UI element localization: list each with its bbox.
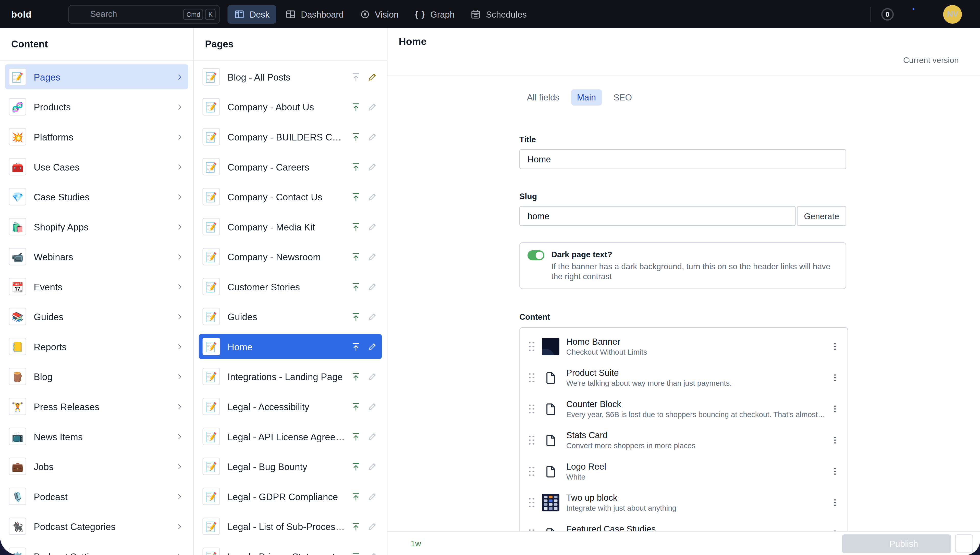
page-list-item[interactable]: 📝Legal - Accessibility: [199, 394, 382, 419]
kebab-menu-icon[interactable]: [831, 529, 839, 531]
package-icon[interactable]: [903, 9, 914, 19]
compose-icon[interactable]: [48, 9, 58, 19]
sidebar-item-platforms[interactable]: 💥Platforms: [5, 124, 188, 149]
content-block-row[interactable]: Counter BlockEvery year, $6B is lost due…: [520, 393, 848, 425]
edited-status-icon[interactable]: [367, 132, 377, 141]
kebab-menu-icon[interactable]: [831, 467, 839, 476]
published-status-icon[interactable]: [351, 402, 360, 411]
sidebar-item-podcast-categories[interactable]: 🐈‍⬛Podcast Categories: [5, 514, 188, 539]
drag-handle[interactable]: [529, 467, 534, 476]
tool-tab-graph[interactable]: { }Graph: [408, 5, 462, 23]
published-status-icon[interactable]: [351, 312, 360, 321]
slug-input[interactable]: [519, 206, 795, 226]
search-input[interactable]: [89, 9, 182, 19]
edited-status-icon[interactable]: [367, 431, 377, 441]
sidebar-item-pages[interactable]: 📝Pages: [5, 64, 188, 89]
content-block-row[interactable]: Logo ReelWhite: [520, 456, 848, 487]
version-select[interactable]: Current version: [903, 56, 969, 65]
page-list-item[interactable]: 📝Legal - API License Agreeme…: [199, 424, 382, 449]
user-menu[interactable]: NV: [943, 5, 973, 23]
page-list-item[interactable]: 📝Company - Contact Us: [199, 184, 382, 209]
edited-status-icon[interactable]: [367, 102, 377, 111]
sidebar-item-events[interactable]: 📆Events: [5, 274, 188, 299]
content-block-row[interactable]: Two up blockIntegrate with just about an…: [520, 487, 848, 518]
title-input[interactable]: [519, 149, 846, 169]
sidebar-item-use-cases[interactable]: 🧰Use Cases: [5, 154, 188, 179]
published-status-icon[interactable]: [351, 72, 360, 82]
kebab-menu-icon[interactable]: [831, 342, 839, 351]
published-status-icon[interactable]: [351, 342, 360, 351]
content-block-row[interactable]: Featured Case StudiesBuild today's check…: [520, 518, 848, 531]
edited-status-icon[interactable]: [367, 521, 377, 531]
sidebar-item-news-items[interactable]: 📺News Items: [5, 424, 188, 449]
drag-handle[interactable]: [529, 342, 534, 351]
kebab-menu-icon[interactable]: [831, 498, 839, 507]
published-status-icon[interactable]: [351, 252, 360, 261]
tool-tab-schedules[interactable]: Schedules: [464, 5, 534, 23]
page-list-item[interactable]: 📝Legal - GDPR Compliance: [199, 484, 382, 509]
edited-status-icon[interactable]: [367, 252, 377, 261]
sidebar-item-guides[interactable]: 📚Guides: [5, 304, 188, 329]
edited-status-icon[interactable]: [367, 552, 377, 555]
published-status-icon[interactable]: [351, 222, 360, 231]
fieldset-tab-seo[interactable]: SEO: [608, 89, 638, 106]
drag-handle[interactable]: [529, 435, 534, 445]
page-list-item[interactable]: 📝Guides: [199, 304, 382, 329]
content-block-row[interactable]: Home BannerCheckout Without Limits: [520, 331, 848, 362]
page-list-item[interactable]: 📝Legal - List of Sub-Processors: [199, 514, 382, 539]
edited-status-icon[interactable]: [367, 72, 377, 82]
sidebar-item-products[interactable]: 🧬Products: [5, 94, 188, 119]
edited-status-icon[interactable]: [367, 402, 377, 411]
drag-handle[interactable]: [529, 373, 534, 382]
page-list-item[interactable]: 📝Company - BUILDERS Code: [199, 124, 382, 149]
edited-status-icon[interactable]: [367, 282, 377, 291]
fieldset-tab-main[interactable]: Main: [571, 89, 602, 106]
publish-button[interactable]: Publish: [842, 534, 951, 553]
kebab-menu-icon[interactable]: [831, 404, 839, 413]
global-search[interactable]: Cmd K: [68, 5, 220, 23]
content-block-row[interactable]: Stats CardConvert more shoppers in more …: [520, 425, 848, 456]
page-list-item[interactable]: 📝Customer Stories: [199, 274, 382, 299]
published-status-icon[interactable]: [351, 192, 360, 201]
published-status-icon[interactable]: [351, 431, 360, 441]
edited-status-icon[interactable]: [367, 192, 377, 201]
sidebar-item-press-releases[interactable]: 🏋️Press Releases: [5, 394, 188, 419]
tool-tab-desk[interactable]: Desk: [228, 5, 277, 23]
publish-more-button[interactable]: [955, 534, 973, 552]
published-status-icon[interactable]: [351, 492, 360, 501]
content-block-row[interactable]: Product SuiteWe're talking about way mor…: [520, 362, 848, 393]
dark-page-text-toggle[interactable]: [528, 250, 544, 260]
fieldset-tab-all-fields[interactable]: All fields: [521, 89, 565, 106]
kebab-menu-icon[interactable]: [831, 373, 839, 382]
sidebar-item-podcast[interactable]: 🎙️Podcast: [5, 484, 188, 509]
edited-status-icon[interactable]: [367, 492, 377, 501]
drag-handle[interactable]: [529, 498, 534, 507]
warning-icon[interactable]: [923, 9, 934, 19]
sidebar-item-shopify-apps[interactable]: 🛍️Shopify Apps: [5, 214, 188, 239]
generate-slug-button[interactable]: Generate: [797, 206, 846, 226]
page-list-item[interactable]: 📝Integrations - Landing Page: [199, 364, 382, 389]
page-list-item[interactable]: 📝Company - About Us: [199, 94, 382, 119]
last-published-status[interactable]: 1w: [399, 539, 421, 548]
document-menu-icon[interactable]: [937, 37, 948, 47]
kebab-menu-icon[interactable]: [831, 436, 839, 444]
sidebar-item-webinars[interactable]: 📹Webinars: [5, 244, 188, 269]
drag-handle[interactable]: [529, 529, 534, 531]
edited-status-icon[interactable]: [367, 342, 377, 351]
page-list-item[interactable]: 📝Company - Media Kit: [199, 214, 382, 239]
sidebar-item-case-studies[interactable]: 💎Case Studies: [5, 184, 188, 209]
page-list-item[interactable]: 📝Legal - Privacy Statement: [199, 544, 382, 555]
edited-status-icon[interactable]: [367, 222, 377, 231]
edited-status-icon[interactable]: [367, 462, 377, 471]
tool-tab-dashboard[interactable]: Dashboard: [279, 5, 351, 23]
page-list-item[interactable]: 📝Legal - Bug Bounty: [199, 454, 382, 479]
published-status-icon[interactable]: [351, 102, 360, 111]
sidebar-item-blog[interactable]: 🪵Blog: [5, 364, 188, 389]
edited-status-icon[interactable]: [367, 162, 377, 172]
published-status-icon[interactable]: [351, 521, 360, 531]
sidebar-item-podcast-settings[interactable]: ⚙️Podcast Settings: [5, 544, 188, 555]
sidebar-item-reports[interactable]: 📒Reports: [5, 334, 188, 359]
published-status-icon[interactable]: [351, 462, 360, 471]
drag-handle[interactable]: [529, 404, 534, 414]
published-status-icon[interactable]: [351, 162, 360, 172]
